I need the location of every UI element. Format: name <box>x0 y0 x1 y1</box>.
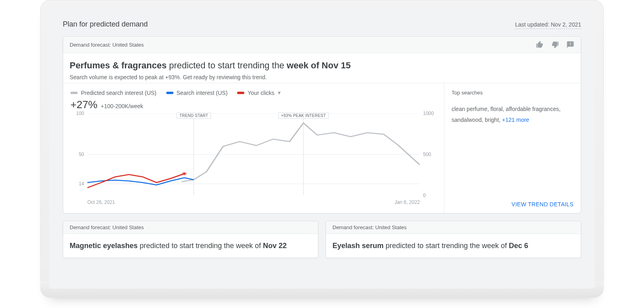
headline-week: week of Nov 15 <box>287 60 351 70</box>
legend-predicted: Predicted search interest (US) <box>70 90 157 96</box>
mini-week: Nov 22 <box>263 242 287 250</box>
legend-interest: Search interest (US) <box>166 90 228 96</box>
y-right-0: 0 <box>423 193 426 198</box>
metric-rate: +100-200K/week <box>101 103 143 109</box>
mini-mid: predicted to start trending the week of <box>138 242 263 250</box>
page-header: Plan for predicted demand Last updated: … <box>63 20 581 29</box>
x-start: Oct 26, 2021 <box>87 199 115 206</box>
y-left-100: 100 <box>76 111 84 116</box>
chart-plot[interactable]: TREND START +93% PEAK INTEREST <box>87 113 420 195</box>
main-card-split: Predicted search interest (US) Search in… <box>63 83 581 213</box>
y-axis-left: 100 50 14 <box>70 113 87 195</box>
y-left-14: 14 <box>79 181 84 187</box>
mini-kicker: Demand forecast: United States <box>63 221 318 234</box>
main-card-title-wrap: Perfumes & fragrances predicted to start… <box>63 53 581 83</box>
headline-mid: predicted to start trending the <box>167 60 287 70</box>
legend-swatch-red <box>237 92 244 94</box>
mini-cards-row: Demand forecast: United States Magnetic … <box>63 221 581 258</box>
main-headline: Perfumes & fragrances predicted to start… <box>70 60 574 71</box>
legend-swatch-grey <box>70 92 78 94</box>
chart-legend: Predicted search interest (US) Search in… <box>70 90 437 96</box>
metric: +27% +100-200K/week <box>70 99 437 111</box>
chevron-down-icon: ▼ <box>277 90 282 96</box>
side-pane: Top searches clean perfume, floral, affo… <box>444 83 581 213</box>
chart-svg <box>87 113 420 195</box>
series-clicks-endpoint <box>183 173 186 175</box>
mini-topic: Eyelash serum <box>332 242 384 250</box>
y-right-1000: 1000 <box>423 111 434 116</box>
y-left-50: 50 <box>79 152 84 157</box>
thumbs-up-icon[interactable] <box>536 41 544 49</box>
forecast-kicker: Demand forecast: United States <box>70 42 144 48</box>
top-searches-more-link[interactable]: +121 more <box>502 117 529 123</box>
feedback-group <box>536 41 574 49</box>
chart-box: 100 50 14 1000 500 0 TREND START +93% PE… <box>70 113 437 206</box>
legend-predicted-label: Predicted search interest (US) <box>81 90 157 96</box>
legend-swatch-blue <box>166 92 173 94</box>
legend-clicks[interactable]: Your clicks▼ <box>237 90 281 96</box>
mini-week: Dec 6 <box>509 242 528 250</box>
page-title: Plan for predicted demand <box>63 20 148 29</box>
legend-interest-label: Search interest (US) <box>177 90 228 96</box>
series-predicted <box>182 123 420 182</box>
chart-pane: Predicted search interest (US) Search in… <box>63 83 444 213</box>
y-right-500: 500 <box>423 152 431 157</box>
main-forecast-card: Demand forecast: United States Perfumes … <box>63 36 581 214</box>
mini-topic: Magnetic eyelashes <box>70 242 138 250</box>
mini-headline: Eyelash serum predicted to start trendin… <box>326 234 581 258</box>
top-searches-list: clean perfume, floral, affordable fragra… <box>452 104 574 125</box>
marker-trend-start-label: TREND START <box>177 113 211 119</box>
app-screen: Plan for predicted demand Last updated: … <box>49 9 595 289</box>
top-searches-title: Top searches <box>452 90 574 96</box>
mini-mid: predicted to start trending the week of <box>384 242 509 250</box>
view-trend-details-link[interactable]: VIEW TREND DETAILS <box>512 201 574 207</box>
mini-headline: Magnetic eyelashes predicted to start tr… <box>63 234 318 258</box>
y-axis-right: 1000 500 0 <box>421 113 437 195</box>
metric-pct: +27% <box>70 99 97 111</box>
marker-peak-label: +93% PEAK INTEREST <box>278 113 328 119</box>
x-end: Jan 6, 2022 <box>394 199 420 206</box>
thumbs-down-icon[interactable] <box>551 41 559 49</box>
x-axis: Oct 26, 2021 Jan 6, 2022 <box>87 197 420 206</box>
main-subtitle: Search volume is expected to peak at +93… <box>70 74 574 80</box>
mini-card-eyelash-serum[interactable]: Demand forecast: United States Eyelash s… <box>326 221 581 258</box>
feedback-icon[interactable] <box>566 41 574 49</box>
laptop-frame: Plan for predicted demand Last updated: … <box>40 0 604 298</box>
main-card-header: Demand forecast: United States <box>63 37 581 53</box>
mini-card-magnetic-eyelashes[interactable]: Demand forecast: United States Magnetic … <box>63 221 318 258</box>
mini-kicker: Demand forecast: United States <box>326 221 581 234</box>
legend-clicks-label: Your clicks <box>248 90 274 96</box>
last-updated: Last updated: Nov 2, 2021 <box>515 21 581 29</box>
headline-topic: Perfumes & fragrances <box>70 60 167 70</box>
